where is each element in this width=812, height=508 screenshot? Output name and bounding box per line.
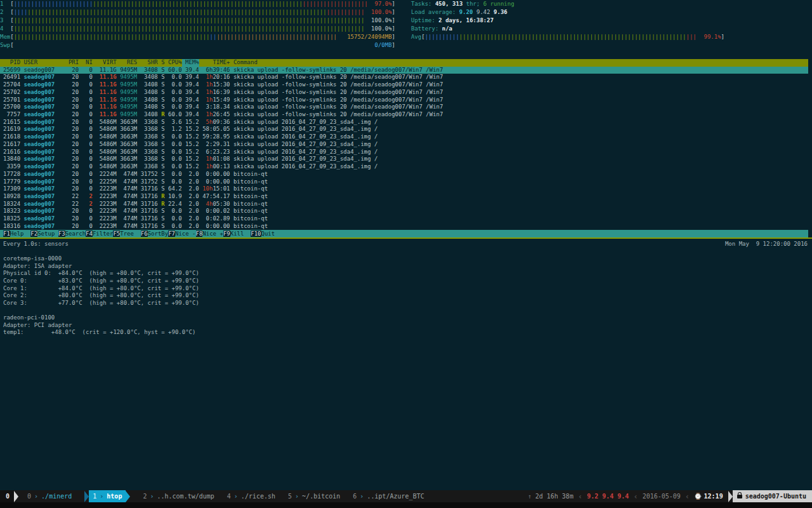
cell-cpu: 0.0: [165, 97, 182, 104]
tmux-pane-divider[interactable]: [0, 237, 812, 239]
cell-user: seadog007: [20, 171, 65, 178]
process-row[interactable]: 18928seadog0072222223M474M31716R10.92.04…: [0, 193, 808, 201]
cell-virt: 5486M: [93, 141, 117, 149]
fnkey-f1[interactable]: F1Help: [3, 230, 30, 237]
column-header-shr[interactable]: SHR: [137, 59, 158, 67]
column-header-time[interactable]: TIME+: [199, 59, 230, 67]
process-row[interactable]: 21619seadog0072005486M3663M3368S1.215.25…: [0, 126, 808, 133]
chevron-left-icon: ‹: [633, 492, 638, 501]
process-row[interactable]: 17779seadog0072002225M474M31752S0.02.00:…: [0, 178, 808, 186]
process-row[interactable]: 26491seadog00720011.1G9495M3408S0.039.41…: [0, 74, 808, 81]
window-tab-0[interactable]: 0›./minerd: [27, 490, 72, 502]
process-row[interactable]: 21617seadog0072005486M3663M3368S0.015.22…: [0, 141, 808, 149]
cell-shr: 31752: [137, 171, 158, 178]
chevron-right-icon: ›: [295, 493, 299, 500]
fnkey-f5[interactable]: F5Tree: [113, 230, 140, 237]
cell-shr: 3408: [137, 67, 158, 74]
process-row[interactable]: 25700seadog00720011.1G9495M3408S0.039.43…: [0, 104, 808, 111]
window-tab-2[interactable]: 2›..h.com.tw/dump: [143, 490, 214, 502]
process-row[interactable]: 7757seadog00720011.1G9495M3408R60.039.41…: [0, 111, 808, 119]
cell-s: S: [158, 141, 165, 149]
cell-ni: 0: [79, 185, 93, 193]
process-row[interactable]: 25701seadog00720011.1G9495M3408S0.039.41…: [0, 97, 808, 104]
fnkey-f9[interactable]: F9Kill: [223, 230, 251, 237]
cell-cpu: 0.0: [165, 171, 182, 178]
cell-cmd: skicka upload 2016_04_27_09_23_sda4_.img…: [230, 149, 808, 156]
process-row[interactable]: 18316seadog0072002223M474M31716S0.02.00:…: [0, 223, 808, 231]
process-row[interactable]: 3359seadog0072005486M3663M3368S0.015.21h…: [0, 163, 808, 171]
column-header-pid[interactable]: PID: [3, 59, 20, 67]
process-row[interactable]: 18325seadog0072002223M474M31716S0.02.00:…: [0, 215, 808, 223]
fnkey-number: F5: [113, 231, 120, 237]
load-15min: 9.36: [494, 9, 508, 15]
column-header-res[interactable]: RES: [117, 59, 138, 67]
process-row[interactable]: 25704seadog00720011.1G9495M3408S0.039.41…: [0, 81, 808, 89]
threads-count: 313: [452, 1, 462, 7]
sensors-line: Core 2: +80.0°C (high = +80.0°C, crit = …: [3, 292, 808, 300]
cell-pri: 20: [65, 81, 79, 89]
cell-res: 9495M: [117, 104, 138, 111]
fnkey-number: F8: [196, 231, 203, 237]
cell-res: 9495M: [117, 74, 138, 81]
cell-pid: 13840: [3, 156, 20, 163]
window-tab-4[interactable]: 4›./rice.sh: [227, 490, 275, 502]
sensors-line: Physical id 0: +84.0°C (high = +80.0°C, …: [3, 270, 808, 277]
column-header-s[interactable]: S: [158, 59, 165, 67]
cell-shr: 31716: [137, 208, 158, 215]
process-row[interactable]: 21618seadog0072005486M3663M3368S0.015.25…: [0, 133, 808, 141]
cell-shr: 31716: [137, 185, 158, 193]
column-header-cpu[interactable]: CPU%: [165, 59, 182, 67]
sensors-line: Adapter: PCI adapter: [3, 322, 808, 330]
cell-virt: 5486M: [93, 119, 117, 126]
session-badge[interactable]: 0: [0, 490, 14, 502]
fnkey-f8[interactable]: F8Nice +: [196, 230, 223, 237]
cell-s: S: [158, 126, 165, 133]
cell-virt: 2223M: [93, 193, 117, 201]
column-header-pri[interactable]: PRI: [65, 59, 79, 67]
meter-bar: ||||||||||||||||||||||||||||||||||||||||…: [425, 33, 721, 41]
process-row[interactable]: 18323seadog0072002223M474M31716S0.02.00:…: [0, 208, 808, 215]
cell-shr: 3368: [137, 149, 158, 156]
window-tab-1-active[interactable]: 1›htop: [84, 490, 130, 502]
window-name: ./rice.sh: [241, 493, 275, 500]
cell-pid: 18928: [3, 193, 20, 201]
process-row[interactable]: 21615seadog0072005486M3663M3368S3.615.25…: [0, 119, 808, 126]
fnkey-number: F2: [30, 231, 37, 237]
terminal-screen: 1[||||||||||||||||||||||||||||||||||||||…: [0, 0, 812, 508]
meter-value: 100.0%: [371, 25, 392, 33]
window-tab-6[interactable]: 6›..ipt/Azure_BTC: [353, 490, 424, 502]
window-tab-5[interactable]: 5›~/.bitcoin: [288, 490, 340, 502]
process-row[interactable]: 17728seadog0072002224M474M31752S0.02.00:…: [0, 171, 808, 178]
column-header-cmd[interactable]: Command: [230, 59, 808, 67]
cell-pid: 21615: [3, 119, 20, 126]
cell-pid: 18325: [3, 215, 20, 223]
column-header-ni[interactable]: NI: [79, 59, 93, 67]
column-header-mem[interactable]: MEM%: [182, 59, 199, 67]
cell-virt: 2224M: [93, 171, 117, 178]
process-row[interactable]: 25702seadog00720011.1G9495M3408S0.039.41…: [0, 89, 808, 97]
process-row[interactable]: 18324seadog0072222223M474M31716R22.42.04…: [0, 201, 808, 208]
meter-bracket: ]: [721, 33, 724, 41]
process-row[interactable]: 13840seadog0072005486M3663M3368S0.015.21…: [0, 156, 808, 163]
cell-shr: 31716: [137, 215, 158, 223]
fnkey-f2[interactable]: F2Setup: [30, 230, 58, 237]
fnkey-f6[interactable]: F6SortBy: [141, 230, 168, 237]
fnkey-f3[interactable]: F3Search: [58, 230, 86, 237]
cell-cpu: 0.0: [165, 149, 182, 156]
fnkey-label: Quit: [261, 231, 282, 237]
cell-pid: 21619: [3, 126, 20, 133]
column-header-user[interactable]: USER: [20, 59, 65, 67]
cell-cpu: 0.0: [165, 89, 182, 97]
process-row[interactable]: 17309seadog0072002223M474M31716S64.22.01…: [0, 185, 808, 193]
chevron-right-icon: ›: [234, 493, 238, 500]
statusbar-right: ↑ 2d 16h 38m ‹ 9.2 9.4 9.4 ‹ 2016-05-09 …: [528, 490, 812, 502]
cell-shr: 3408: [137, 89, 158, 97]
process-row[interactable]: 25699seadog00720011.1G9495M3408S60.039.4…: [0, 67, 808, 74]
fnkey-f10[interactable]: F10Quit: [251, 230, 282, 237]
fnkey-f7[interactable]: F7Nice -: [168, 230, 195, 237]
column-header-virt[interactable]: VIRT: [93, 59, 117, 67]
process-row[interactable]: 21616seadog0072005486M3663M3368S0.015.26…: [0, 149, 808, 156]
cell-shr: 31716: [137, 223, 158, 231]
cell-s: S: [158, 208, 165, 215]
fnkey-f4[interactable]: F4Filter: [86, 230, 113, 237]
